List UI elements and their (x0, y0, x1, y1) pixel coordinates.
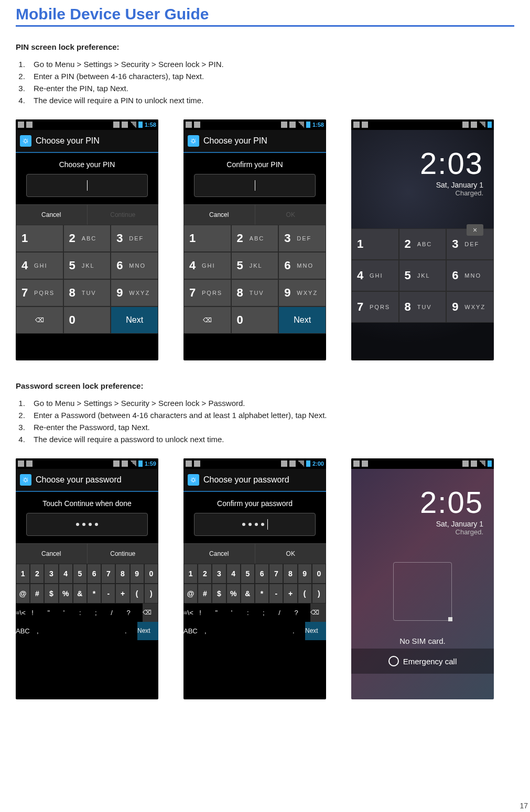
key[interactable]: % (226, 584, 241, 603)
key[interactable]: ! (199, 603, 215, 622)
pin-input[interactable] (26, 174, 148, 197)
key-backspace[interactable]: ⌫ (183, 306, 231, 334)
key-comma[interactable]: , (37, 622, 49, 640)
key-5[interactable]: 5JKL (231, 252, 279, 279)
key-5[interactable]: 5JKL (399, 260, 447, 291)
key[interactable]: 0 (312, 564, 326, 584)
key[interactable]: 4 (59, 564, 73, 584)
key-6[interactable]: 6MNO (111, 252, 158, 279)
cancel-button[interactable]: Cancel (16, 544, 88, 564)
key[interactable]: 9 (298, 564, 312, 584)
key-2[interactable]: 2ABC (63, 225, 111, 252)
cancel-button[interactable]: Cancel (183, 205, 255, 225)
key[interactable]: : (79, 603, 95, 622)
unlock-area[interactable] (393, 562, 452, 621)
ok-button[interactable]: OK (255, 544, 327, 564)
key[interactable]: 5 (73, 564, 87, 584)
key[interactable]: ) (312, 584, 326, 603)
key[interactable]: ; (95, 603, 111, 622)
key[interactable]: & (73, 584, 87, 603)
key-4[interactable]: 4GHI (183, 252, 231, 279)
key-next[interactable]: Next (111, 306, 158, 334)
continue-button[interactable]: Continue (88, 544, 159, 564)
key[interactable]: 3 (212, 564, 226, 584)
key[interactable]: / (278, 603, 294, 622)
key[interactable]: : (247, 603, 263, 622)
key-7[interactable]: 7PQRS (16, 279, 63, 306)
continue-button[interactable]: Continue (88, 205, 159, 225)
key[interactable]: ! (31, 603, 47, 622)
key[interactable]: @ (183, 584, 198, 603)
key[interactable]: - (269, 584, 283, 603)
key-backspace[interactable]: ⌫ (16, 306, 63, 334)
key[interactable]: 7 (101, 564, 115, 584)
key-2[interactable]: 2ABC (399, 228, 447, 260)
key[interactable]: ( (130, 584, 144, 603)
key[interactable]: - (101, 584, 115, 603)
key[interactable]: $ (212, 584, 226, 603)
key[interactable]: / (111, 603, 126, 622)
emergency-call-button[interactable]: Emergency call (351, 649, 494, 674)
cancel-button[interactable]: Cancel (183, 544, 255, 564)
key[interactable]: + (115, 584, 129, 603)
key[interactable]: # (30, 584, 44, 603)
key[interactable]: 6 (87, 564, 101, 584)
key-1[interactable]: 1 (183, 225, 231, 252)
key-7[interactable]: 7PQRS (351, 291, 399, 323)
key-more[interactable]: =\< (16, 603, 31, 622)
key-abc[interactable]: ABC (16, 622, 37, 640)
key[interactable]: 3 (44, 564, 58, 584)
key[interactable]: 0 (144, 564, 158, 584)
key[interactable]: @ (16, 584, 30, 603)
cancel-button[interactable]: Cancel (16, 205, 88, 225)
key-dot[interactable]: . (125, 622, 137, 640)
key-more[interactable]: =\< (183, 603, 199, 622)
key-next[interactable]: Next (278, 306, 326, 334)
key-9[interactable]: 9WXYZ (446, 291, 494, 323)
key-0[interactable]: 0 (231, 306, 279, 334)
key-space[interactable] (217, 622, 293, 640)
key[interactable]: 4 (226, 564, 241, 584)
key-4[interactable]: 4GHI (16, 252, 63, 279)
password-input[interactable] (26, 513, 148, 536)
key[interactable]: % (59, 584, 73, 603)
password-input[interactable] (194, 513, 316, 536)
key-2[interactable]: 2ABC (231, 225, 279, 252)
key[interactable]: 1 (16, 564, 30, 584)
key[interactable]: + (283, 584, 297, 603)
key-comma[interactable]: , (204, 622, 217, 640)
backspace-button[interactable] (467, 224, 483, 236)
key[interactable]: 6 (255, 564, 269, 584)
key[interactable]: ( (298, 584, 312, 603)
key[interactable]: # (198, 584, 212, 603)
key[interactable]: 8 (283, 564, 297, 584)
key[interactable]: & (241, 584, 255, 603)
key-abc[interactable]: ABC (183, 622, 204, 640)
key-8[interactable]: 8TUV (231, 279, 279, 306)
key-3[interactable]: 3DEF (111, 225, 158, 252)
key[interactable]: 9 (130, 564, 144, 584)
key[interactable]: ' (63, 603, 79, 622)
key[interactable]: ' (231, 603, 247, 622)
pin-input[interactable] (194, 174, 316, 197)
key-6[interactable]: 6MNO (278, 252, 326, 279)
key[interactable]: ? (295, 603, 310, 622)
key[interactable]: * (87, 584, 101, 603)
key[interactable]: $ (44, 584, 58, 603)
key-backspace[interactable]: ⌫ (310, 603, 326, 622)
key-9[interactable]: 9WXYZ (278, 279, 326, 306)
key[interactable]: * (255, 584, 269, 603)
key-space[interactable] (49, 622, 125, 640)
key[interactable]: ? (127, 603, 143, 622)
key-dot[interactable]: . (293, 622, 305, 640)
key-6[interactable]: 6MNO (446, 260, 494, 291)
key-next[interactable]: Next (305, 622, 326, 640)
key-1[interactable]: 1 (351, 228, 399, 260)
ok-button[interactable]: OK (255, 205, 327, 225)
key-8[interactable]: 8TUV (399, 291, 447, 323)
key-3[interactable]: 3DEF (278, 225, 326, 252)
key[interactable]: 2 (198, 564, 212, 584)
key[interactable]: 5 (241, 564, 255, 584)
key[interactable]: ) (144, 584, 158, 603)
key[interactable]: " (47, 603, 63, 622)
